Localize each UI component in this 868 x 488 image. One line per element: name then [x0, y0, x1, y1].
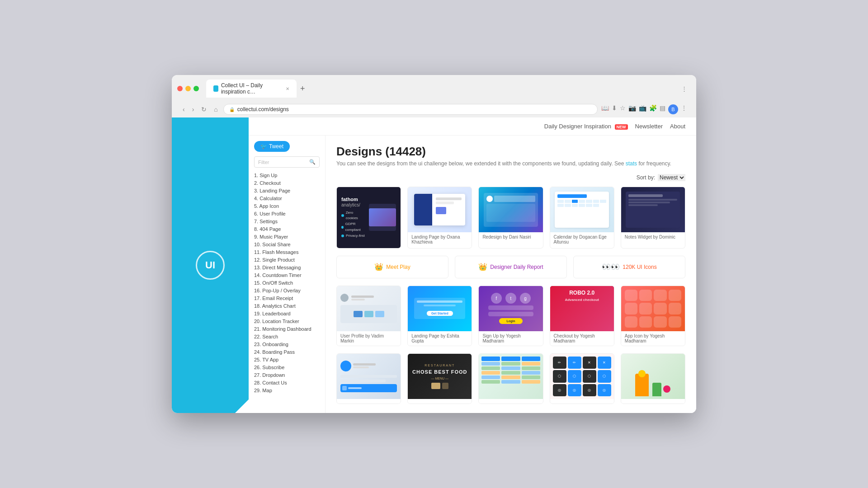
top-nav: Daily Designer Inspiration NEW Newslette… [249, 117, 696, 136]
card-label: Notes Widget by Dominic [621, 232, 685, 242]
sidebar-item[interactable]: 2. Checkout [254, 179, 320, 187]
refresh-button[interactable]: ↻ [199, 105, 208, 114]
menu-icon[interactable]: ⋮ [681, 104, 687, 114]
sidebar: 🐦 Tweet Filter 🔍 1. Sign Up 2. Checkout … [249, 136, 326, 413]
extensions-icon[interactable]: 🧩 [649, 104, 657, 114]
twitter-icon: 🐦 [260, 143, 267, 150]
design-card-illustration[interactable] [621, 353, 685, 404]
designer-daily-link[interactable]: Designer Daily Report [490, 264, 543, 270]
browser-menu-icon[interactable]: ⋮ [681, 85, 687, 92]
nav-daily-inspiration[interactable]: Daily Designer Inspiration NEW [544, 123, 628, 130]
sidebar-item[interactable]: 19. Leaderboard [254, 310, 320, 317]
nav-newsletter[interactable]: Newsletter [635, 123, 663, 130]
sidebar-item[interactable]: 16. Pop-Up / Overlay [254, 286, 320, 294]
card-label: Checkout by Yogesh Madharam [550, 331, 614, 346]
sidebar-item[interactable]: 5. App Icon [254, 202, 320, 210]
sidebar-item[interactable]: 1. Sign Up [254, 171, 320, 179]
forward-button[interactable]: › [190, 105, 196, 114]
sidebar-item[interactable]: 18. Analytics Chart [254, 302, 320, 310]
design-card-landing[interactable]: Landing Page by Oxana Khazhieva [407, 187, 472, 249]
sidebar-item[interactable]: 8. 404 Page [254, 225, 320, 233]
design-card-calendar[interactable]: Calendar by Dogacan Ege Altunsu [550, 187, 614, 249]
home-button[interactable]: ⌂ [212, 105, 219, 114]
card-label: Sponsor: Fathom Analytics [337, 248, 401, 249]
design-card-table[interactable] [478, 353, 543, 404]
sidebar-item[interactable]: 7. Settings [254, 217, 320, 225]
sidebar-item[interactable]: 27. Dropdown [254, 371, 320, 379]
logo-triangle [235, 399, 249, 413]
sidebar-item[interactable]: 4. Calculator [254, 194, 320, 202]
sidebar-item[interactable]: 3. Landing Page [254, 187, 320, 194]
sidebar-item[interactable]: 12. Single Product [254, 256, 320, 263]
content-area: 🐦 Tweet Filter 🔍 1. Sign Up 2. Checkout … [249, 136, 696, 413]
sidebar-toggle-icon[interactable]: ▤ [660, 104, 665, 114]
design-grid-row2: User Profile by Vadim Markin Get Started [336, 286, 685, 346]
sidebar-item[interactable]: 11. Flash Messages [254, 248, 320, 256]
sidebar-item[interactable]: 29. Map [254, 386, 320, 394]
sort-label: Sort by: [637, 174, 655, 181]
tab-close-button[interactable]: ✕ [286, 86, 289, 91]
active-tab[interactable]: Collect UI – Daily inspiration c… ✕ [206, 80, 297, 98]
new-badge: NEW [615, 124, 628, 130]
new-tab-button[interactable]: + [298, 84, 307, 94]
design-card-signup[interactable]: f t g Login Sign Up by Yogesh Madharam [478, 286, 543, 346]
screenshot-icon[interactable]: 📷 [628, 104, 636, 114]
sidebar-item[interactable]: 24. Boarding Pass [254, 348, 320, 356]
sidebar-item[interactable]: 26. Subscribe [254, 363, 320, 371]
profile-button[interactable]: B [668, 104, 678, 114]
minimize-window-button[interactable] [185, 86, 191, 91]
sidebar-item[interactable]: 21. Monitoring Dashboard [254, 325, 320, 333]
design-card-fathom[interactable]: fathomanalytics/ Zero cookies GDPR compl… [336, 187, 401, 249]
address-bar-row: ‹ › ↻ ⌂ 🔒 collectui.com/designs 📖 ⬇ ☆ 📷 … [177, 101, 691, 117]
close-window-button[interactable] [177, 86, 183, 91]
reader-mode-icon[interactable]: 📖 [601, 104, 609, 114]
site-logo[interactable]: UI [196, 251, 225, 280]
sidebar-list: 1. Sign Up 2. Checkout 3. Landing Page 4… [254, 171, 320, 394]
design-card-profile[interactable]: User Profile by Vadim Markin [336, 286, 401, 346]
cast-icon[interactable]: 📺 [639, 104, 646, 114]
traffic-lights [177, 86, 199, 91]
browser-controls: Collect UI – Daily inspiration c… ✕ + ⋮ [177, 80, 691, 98]
promo-meet-play[interactable]: 👑 Meet Play [336, 256, 448, 278]
sort-bar: Sort by: Newest [336, 174, 685, 181]
promo-emoji: 👀👀 [602, 263, 620, 271]
sidebar-item[interactable]: 28. Contact Us [254, 379, 320, 386]
promo-designer-daily[interactable]: 👑 Designer Daily Report [455, 256, 567, 278]
design-card-food[interactable]: RESTAURANT CHOSE BEST FOOD — MENU — [407, 353, 472, 404]
promo-icons[interactable]: 👀👀 120K UI Icons [573, 256, 685, 278]
tweet-button[interactable]: 🐦 Tweet [254, 141, 290, 152]
stats-link[interactable]: stats [626, 160, 637, 167]
sidebar-item[interactable]: 15. On/Off Switch [254, 279, 320, 286]
card-label: Sign Up by Yogesh Madharam [479, 331, 542, 346]
sidebar-item[interactable]: 23. Onboarding [254, 340, 320, 348]
back-button[interactable]: ‹ [181, 105, 187, 114]
design-card-iconset[interactable]: ✏ ✏ ✕ ✕ ⬡ ⬡ ⬡ ⬡ ◎ ◎ [550, 353, 614, 404]
url-text: collectui.com/designs [237, 106, 289, 113]
sidebar-item[interactable]: 10. Social Share [254, 240, 320, 248]
maximize-window-button[interactable] [193, 86, 199, 91]
filter-input-container[interactable]: Filter 🔍 [254, 156, 320, 168]
sidebar-item[interactable]: 14. Countdown Timer [254, 271, 320, 279]
sidebar-item[interactable]: 22. Search [254, 333, 320, 340]
sidebar-item[interactable]: 17. Email Receipt [254, 294, 320, 302]
address-bar[interactable]: 🔒 collectui.com/designs [223, 104, 598, 115]
sidebar-item[interactable]: 25. TV App [254, 356, 320, 363]
sidebar-item[interactable]: 20. Location Tracker [254, 317, 320, 325]
design-card-bottom1[interactable] [336, 353, 401, 404]
icons-link[interactable]: 120K UI Icons [623, 264, 656, 270]
nav-about[interactable]: About [670, 123, 685, 130]
design-card-github[interactable]: Redesign by Dani Nasiri [478, 187, 543, 249]
card-label: User Profile by Vadim Markin [337, 331, 401, 346]
bookmark-icon[interactable]: ☆ [620, 104, 626, 114]
design-card-checkout[interactable]: ROBO 2.0 Advanced checkout Checkout by Y… [550, 286, 614, 346]
design-card-appicon[interactable]: App Icon by Yogesh Madharam [621, 286, 685, 346]
meet-play-link[interactable]: Meet Play [386, 264, 410, 270]
design-card-notes[interactable]: Notes Widget by Dominic [621, 187, 685, 249]
sidebar-item[interactable]: 13. Direct Messaging [254, 263, 320, 271]
download-icon[interactable]: ⬇ [612, 104, 617, 114]
design-card-landing2[interactable]: Get Started Landing Page by Eshita Gupta [407, 286, 472, 346]
sort-select[interactable]: Newest [658, 174, 685, 181]
main-area: Daily Designer Inspiration NEW Newslette… [249, 117, 696, 413]
sidebar-item[interactable]: 6. User Profile [254, 210, 320, 217]
sidebar-item[interactable]: 9. Music Player [254, 233, 320, 240]
